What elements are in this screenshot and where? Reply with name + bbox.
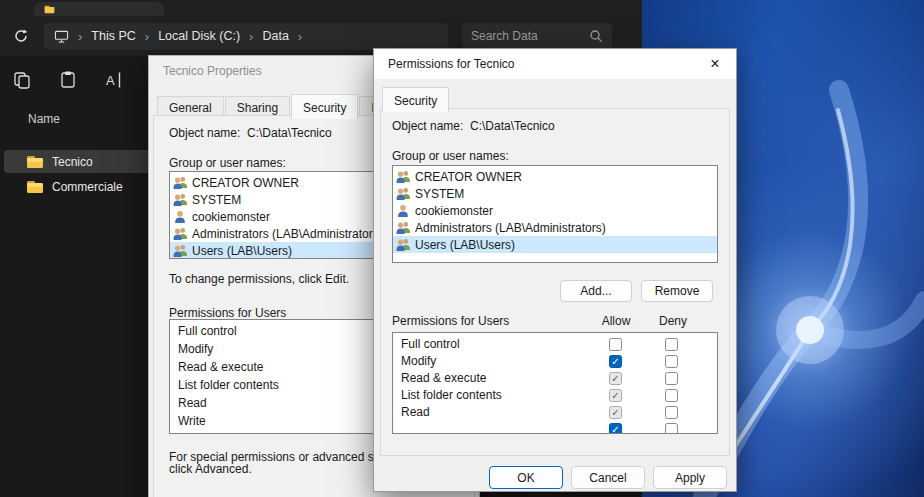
deny-checkbox-read-execute[interactable] bbox=[665, 372, 678, 385]
screen: › This PC › Local Disk (C:) › Data › Sea… bbox=[0, 0, 924, 497]
permissions-dialog: Permissions for Tecnico × Security Objec… bbox=[373, 48, 737, 492]
permissions-label: Permissions for Users bbox=[169, 306, 286, 320]
column-header-name[interactable]: Name bbox=[28, 112, 60, 126]
remove-button[interactable]: Remove bbox=[641, 280, 713, 302]
group-icon bbox=[173, 176, 187, 189]
group-list-item-users[interactable]: Users (LAB\Users) bbox=[393, 236, 717, 253]
file-row-commerciale[interactable]: Commerciale bbox=[4, 175, 156, 198]
permission-name: Modify bbox=[401, 353, 436, 370]
tab-security[interactable]: Security bbox=[382, 87, 449, 112]
ok-button[interactable]: OK bbox=[489, 466, 563, 489]
object-name-value: C:\Data\Tecnico bbox=[470, 119, 555, 133]
permissions-label: Permissions for Users bbox=[392, 314, 509, 328]
breadcrumb-data[interactable]: Data bbox=[262, 29, 288, 43]
chevron-right-icon: › bbox=[78, 30, 82, 43]
copy-icon bbox=[12, 70, 32, 90]
group-icon bbox=[396, 221, 410, 234]
group-name: SYSTEM bbox=[415, 187, 464, 201]
paste-icon bbox=[58, 70, 78, 90]
allow-checkbox-write[interactable] bbox=[609, 423, 622, 434]
this-pc-icon bbox=[54, 30, 69, 43]
deny-column-header: Deny bbox=[653, 314, 693, 328]
permission-name: Read bbox=[401, 404, 430, 421]
group-icon bbox=[396, 170, 410, 183]
group-name: SYSTEM bbox=[192, 193, 241, 207]
permissions-dialog-title: Permissions for Tecnico bbox=[374, 49, 736, 79]
search-icon bbox=[589, 29, 603, 43]
folder-icon bbox=[44, 5, 55, 14]
object-name-label: Object name: bbox=[392, 119, 463, 133]
tab-security[interactable]: Security bbox=[291, 94, 358, 119]
group-icon bbox=[173, 193, 187, 206]
object-name-label: Object name: bbox=[169, 126, 240, 140]
rename-icon: A bbox=[104, 70, 124, 90]
file-row-tecnico[interactable]: Tecnico bbox=[4, 150, 156, 173]
deny-checkbox-modify[interactable] bbox=[665, 355, 678, 368]
refresh-button[interactable] bbox=[6, 21, 36, 51]
refresh-icon bbox=[13, 28, 29, 44]
allow-checkbox-read[interactable] bbox=[609, 406, 622, 419]
svg-text:A: A bbox=[106, 73, 115, 88]
permission-name: Full control bbox=[401, 336, 460, 353]
group-name: Users (LAB\Users) bbox=[192, 244, 292, 258]
group-name: Administrators (LAB\Administrators) bbox=[415, 221, 606, 235]
breadcrumb[interactable]: › This PC › Local Disk (C:) › Data › bbox=[44, 23, 448, 50]
group-name: Administrators (LAB\Administrators) bbox=[192, 227, 383, 241]
user-icon bbox=[396, 204, 410, 217]
explorer-tab-strip bbox=[0, 0, 642, 16]
paste-button[interactable] bbox=[52, 64, 84, 96]
group-list-item-system[interactable]: SYSTEM bbox=[393, 185, 717, 202]
group-icon bbox=[396, 187, 410, 200]
groups-label: Group or user names: bbox=[392, 149, 509, 163]
allow-checkbox-list-folder-contents[interactable] bbox=[609, 389, 622, 402]
breadcrumb-local-disk-c[interactable]: Local Disk (C:) bbox=[158, 29, 240, 43]
add-button[interactable]: Add... bbox=[560, 280, 632, 302]
group-icon bbox=[396, 238, 410, 251]
group-list: CREATOR OWNER SYSTEM cookiemonster Admin… bbox=[392, 165, 718, 263]
deny-checkbox-list-folder-contents[interactable] bbox=[665, 389, 678, 402]
permission-row-modify: Modify bbox=[393, 353, 717, 370]
group-list-item-cookiemonster[interactable]: cookiemonster bbox=[393, 202, 717, 219]
group-icon bbox=[173, 227, 187, 240]
file-name: Commerciale bbox=[52, 180, 123, 194]
copy-button[interactable] bbox=[6, 64, 38, 96]
permission-row-read: Read bbox=[393, 404, 717, 421]
allow-checkbox-full-control[interactable] bbox=[609, 338, 622, 351]
user-icon bbox=[173, 210, 187, 223]
deny-checkbox-read[interactable] bbox=[665, 406, 678, 419]
rename-button[interactable]: A bbox=[98, 64, 130, 96]
search-box[interactable]: Search Data bbox=[462, 23, 612, 50]
permission-name: List folder contents bbox=[401, 387, 502, 404]
close-button[interactable]: × bbox=[700, 52, 730, 76]
close-icon: × bbox=[710, 55, 719, 73]
advanced-hint-line2: click Advanced. bbox=[169, 462, 252, 476]
cancel-button[interactable]: Cancel bbox=[571, 466, 645, 489]
permission-row-full-control: Full control bbox=[393, 336, 717, 353]
permission-row-list-folder-contents: List folder contents bbox=[393, 387, 717, 404]
deny-checkbox-full-control[interactable] bbox=[665, 338, 678, 351]
group-list-item-administrators[interactable]: Administrators (LAB\Administrators) bbox=[393, 219, 717, 236]
chevron-right-icon: › bbox=[298, 30, 302, 43]
group-name: CREATOR OWNER bbox=[192, 176, 299, 190]
permission-name: Read & execute bbox=[401, 370, 486, 387]
allow-checkbox-modify[interactable] bbox=[609, 355, 622, 368]
apply-button[interactable]: Apply bbox=[653, 466, 727, 489]
breadcrumb-this-pc[interactable]: This PC bbox=[91, 29, 135, 43]
chevron-right-icon: › bbox=[249, 30, 253, 43]
permissions-tabs: Security bbox=[382, 87, 450, 112]
group-icon bbox=[173, 244, 187, 257]
allow-checkbox-read-execute[interactable] bbox=[609, 372, 622, 385]
group-name: CREATOR OWNER bbox=[415, 170, 522, 184]
chevron-right-icon: › bbox=[145, 30, 149, 43]
explorer-tab[interactable] bbox=[34, 2, 164, 16]
permission-row-read-execute: Read & execute bbox=[393, 370, 717, 387]
deny-checkbox-write[interactable] bbox=[665, 423, 678, 434]
search-placeholder: Search Data bbox=[471, 29, 589, 43]
edit-hint: To change permissions, click Edit. bbox=[169, 272, 349, 286]
object-name-value: C:\Data\Tecnico bbox=[247, 126, 332, 140]
permission-row-write bbox=[393, 421, 717, 434]
folder-icon bbox=[26, 180, 44, 194]
group-name: cookiemonster bbox=[192, 210, 270, 224]
file-name: Tecnico bbox=[52, 155, 93, 169]
group-list-item-creator-owner[interactable]: CREATOR OWNER bbox=[393, 168, 717, 185]
